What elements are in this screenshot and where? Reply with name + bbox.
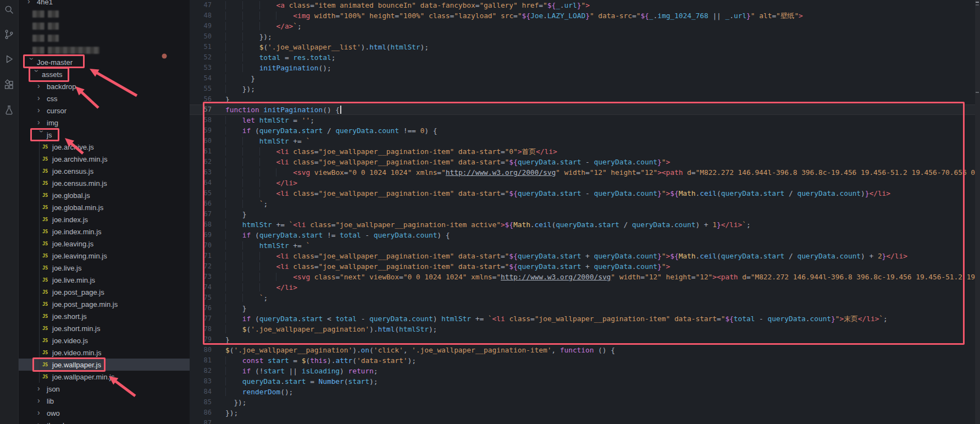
code-line-85[interactable]: 85 }); <box>190 397 975 408</box>
line-number: 76 <box>190 303 212 313</box>
code-line-64[interactable]: 64 </li> <box>190 178 975 188</box>
tree-item-4he1[interactable]: ›4he1 <box>18 0 190 8</box>
code-line-75[interactable]: 75 `; <box>190 293 975 303</box>
code-line-87[interactable]: 87 <box>190 418 975 424</box>
tree-item-label: cursor <box>46 107 67 115</box>
tree-item-json[interactable]: ›json <box>18 383 190 395</box>
code-text: <a class="item animated bounceIn" data-f… <box>212 0 590 10</box>
tree-item-img[interactable]: ›img <box>18 117 190 129</box>
tree-item-lib[interactable]: ›lib <box>18 395 190 407</box>
source-control-icon[interactable] <box>0 26 18 42</box>
code-line-84[interactable]: 84 renderDom(); <box>190 387 975 397</box>
code-line-86[interactable]: 86}); <box>190 408 975 418</box>
code-line-69[interactable]: 69 if (queryData.start != total - queryD… <box>190 230 975 240</box>
code-line-65[interactable]: 65 <li class="joe_wallpaper__pagination-… <box>190 188 975 199</box>
code-line-62[interactable]: 62 <li class="joe_wallpaper__pagination-… <box>190 157 975 167</box>
tree-item-joe-post_page-js[interactable]: JSjoe.post_page.js <box>18 286 190 298</box>
explorer-sidebar[interactable]: ›4he1›Joe-master›assets›backdrop›css›cur… <box>18 0 190 424</box>
code-line-50[interactable]: 50 }); <box>190 31 975 42</box>
tree-item-censored[interactable] <box>18 44 190 56</box>
tree-item-joe-archive-js[interactable]: JSjoe.archive.js <box>18 141 190 153</box>
tree-item-joe-live-js[interactable]: JSjoe.live.js <box>18 262 190 274</box>
tree-item-js[interactable]: ›js <box>18 129 190 141</box>
code-line-53[interactable]: 53 initPagination(); <box>190 63 975 73</box>
tree-item-backdrop[interactable]: ›backdrop <box>18 80 190 92</box>
code-line-83[interactable]: 83 queryData.start = Number(start); <box>190 376 975 387</box>
code-line-79[interactable]: 79} <box>190 334 975 345</box>
code-line-66[interactable]: 66 `; <box>190 199 975 209</box>
search-icon[interactable] <box>0 1 18 18</box>
tree-item-joe-video-min-js[interactable]: JSjoe.video.min.js <box>18 346 190 359</box>
line-number: 59 <box>190 125 212 136</box>
line-number: 86 <box>190 408 212 418</box>
tree-item-joe-wallpaper-min-js[interactable]: JSjoe.wallpaper.min.js <box>18 371 190 383</box>
testing-icon[interactable] <box>0 102 18 118</box>
code-line-73[interactable]: 73 <svg class="next" viewBox="0 0 1024 1… <box>190 272 975 282</box>
javascript-file-icon: JS <box>42 265 51 271</box>
code-line-47[interactable]: 47 <a class="item animated bounceIn" dat… <box>190 0 975 10</box>
tree-item-joe-index-min-js[interactable]: JSjoe.index.min.js <box>18 225 190 238</box>
tree-item-joe-post_page-min-js[interactable]: JSjoe.post_page.min.js <box>18 298 190 310</box>
code-line-67[interactable]: 67 } <box>190 209 975 219</box>
code-lines: 47 <a class="item animated bounceIn" dat… <box>190 0 975 424</box>
code-line-70[interactable]: 70 htmlStr += ` <box>190 240 975 251</box>
tree-item-joe-global-min-js[interactable]: JSjoe.global.min.js <box>18 201 190 213</box>
tree-item-joe-short-min-js[interactable]: JSjoe.short.min.js <box>18 322 190 334</box>
tree-item-label: joe.video.min.js <box>51 349 102 357</box>
tree-item-css[interactable]: ›css <box>18 92 190 104</box>
tree-item-joe-short-js[interactable]: JSjoe.short.js <box>18 310 190 322</box>
tree-item-censored[interactable] <box>18 20 190 32</box>
tree-item-joe-video-js[interactable]: JSjoe.video.js <box>18 334 190 346</box>
javascript-file-icon: JS <box>42 338 51 343</box>
tree-item-joe-wallpaper-js[interactable]: JSjoe.wallpaper.js <box>18 359 190 371</box>
code-line-74[interactable]: 74 </li> <box>190 282 975 293</box>
code-line-59[interactable]: 59 if (queryData.start / queryData.count… <box>190 125 975 136</box>
line-number: 72 <box>190 261 212 272</box>
code-line-48[interactable]: 48 <img width="100%" height="100%" class… <box>190 10 975 21</box>
code-line-60[interactable]: 60 htmlStr += ` <box>190 136 975 146</box>
code-line-81[interactable]: 81 const start = $(this).attr('data-star… <box>190 355 975 366</box>
code-line-77[interactable]: 77 if (queryData.start < total - queryDa… <box>190 313 975 324</box>
tree-item-censored[interactable] <box>18 32 190 44</box>
code-line-52[interactable]: 52 total = res.total; <box>190 52 975 63</box>
code-line-80[interactable]: 80$('.joe_wallpaper__pagination').on('cl… <box>190 345 975 355</box>
code-line-54[interactable]: 54 } <box>190 73 975 84</box>
tree-item-owo[interactable]: ›owo <box>18 407 190 419</box>
tree-item-thumb[interactable]: ›thumb <box>18 419 190 424</box>
run-and-debug-icon[interactable] <box>0 51 18 67</box>
javascript-file-icon: JS <box>42 350 51 355</box>
code-line-76[interactable]: 76 } <box>190 303 975 313</box>
code-line-57[interactable]: 57function initPagination() { <box>190 104 975 115</box>
tree-item-joe-census-min-js[interactable]: JSjoe.census.min.js <box>18 177 190 189</box>
line-number: 67 <box>190 209 212 219</box>
code-line-68[interactable]: 68 htmlStr += `<li class="joe_wallpaper_… <box>190 219 975 230</box>
code-text: htmlStr += `<li class="joe_wallpaper__pa… <box>212 219 751 230</box>
code-line-55[interactable]: 55 }); <box>190 84 975 94</box>
code-line-51[interactable]: 51 $('.joe_wallpaper__list').html(htmlSt… <box>190 42 975 52</box>
code-text: renderDom(); <box>212 387 293 397</box>
editor-scrollbar[interactable] <box>975 0 980 424</box>
code-line-71[interactable]: 71 <li class="joe_wallpaper__pagination-… <box>190 251 975 261</box>
tree-item-joe-leaving-min-js[interactable]: JSjoe.leaving.min.js <box>18 250 190 262</box>
code-line-72[interactable]: 72 <li class="joe_wallpaper__pagination-… <box>190 261 975 272</box>
code-line-56[interactable]: 56} <box>190 94 975 104</box>
tree-item-assets[interactable]: ›assets <box>18 68 190 80</box>
code-line-61[interactable]: 61 <li class="joe_wallpaper__pagination-… <box>190 146 975 157</box>
tree-item-joe-live-min-js[interactable]: JSjoe.live.min.js <box>18 274 190 286</box>
code-line-63[interactable]: 63 <svg viewBox="0 0 1024 1024" xmlns="h… <box>190 167 975 178</box>
code-line-82[interactable]: 82 if (!start || isLoading) return; <box>190 366 975 376</box>
tree-item-joe-global-js[interactable]: JSjoe.global.js <box>18 189 190 201</box>
tree-item-cursor[interactable]: ›cursor <box>18 104 190 117</box>
extensions-icon[interactable] <box>0 76 18 93</box>
tree-item-joe-census-js[interactable]: JSjoe.census.js <box>18 165 190 177</box>
tree-item-joe-index-js[interactable]: JSjoe.index.js <box>18 213 190 225</box>
tree-item-joe-leaving-js[interactable]: JSjoe.leaving.js <box>18 238 190 250</box>
tree-item-label: thumb <box>46 421 67 424</box>
tree-item-joe-archive-min-js[interactable]: JSjoe.archive.min.js <box>18 153 190 165</box>
code-line-49[interactable]: 49 </a>`; <box>190 21 975 31</box>
tree-item-censored[interactable] <box>18 8 190 20</box>
tree-item-Joe-master[interactable]: ›Joe-master <box>18 56 190 68</box>
code-line-78[interactable]: 78 $('.joe_wallpaper__pagination').html(… <box>190 324 975 334</box>
code-line-58[interactable]: 58 let htmlStr = ''; <box>190 115 975 125</box>
code-editor[interactable]: 47 <a class="item animated bounceIn" dat… <box>190 0 975 424</box>
